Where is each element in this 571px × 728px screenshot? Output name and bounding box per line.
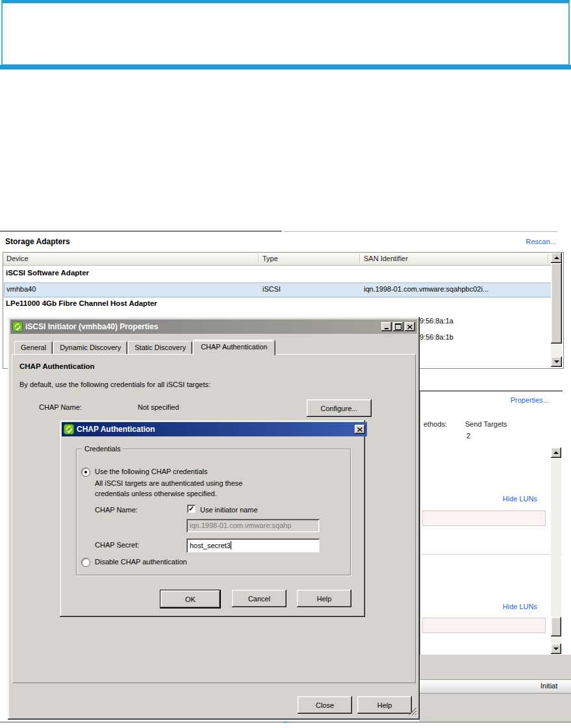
methods-value: Send Targets: [465, 420, 507, 428]
targets-count: 2: [466, 432, 470, 440]
vmware-app-icon: [12, 321, 23, 332]
cell-type: iSCSI: [262, 285, 281, 293]
text-caret: [231, 541, 231, 549]
chap-dialog-title: CHAP Authentication: [77, 425, 155, 434]
clipped-san-id: 9:56:8a:1a: [420, 317, 453, 325]
close-icon: [357, 427, 362, 432]
column-separator: [258, 254, 259, 264]
credentials-note-line2: credentials unless otherwise specified.: [95, 490, 217, 497]
tab-chap-authentication[interactable]: CHAP Authentication: [193, 340, 275, 355]
tab-bar: General Dynamic Discovery Static Discove…: [14, 337, 276, 354]
up-arrow-icon: [554, 257, 559, 259]
column-separator: [359, 254, 360, 264]
down-arrow-icon: [553, 647, 559, 650]
scrollbar-thumb[interactable]: [551, 263, 562, 344]
table-row-group-lpe11000[interactable]: LPe11000 4Gb Fibre Channel Host Adapter: [6, 299, 157, 307]
details-scrollbar[interactable]: [551, 447, 561, 654]
details-separator: [420, 554, 563, 555]
scroll-down-button[interactable]: [551, 357, 562, 367]
chap-secret-label: CHAP Secret:: [95, 541, 139, 549]
credentials-note-line1: All iSCSI targets are authenticated usin…: [95, 479, 242, 487]
bottom-line-blue-tick: [283, 722, 287, 723]
help-button[interactable]: Help: [357, 696, 412, 714]
chap-section-description: By default, use the following credential…: [19, 381, 210, 388]
panel-top-line-left: [0, 231, 282, 232]
scrollbar-thumb[interactable]: [551, 617, 561, 636]
check-icon: ✓: [188, 505, 194, 513]
initiator-column-bar: Initiat: [419, 679, 571, 694]
details-panel: Properties... ethods: Send Targets 2 Hid…: [420, 392, 563, 655]
chap-section-title: CHAP Authentication: [19, 362, 95, 370]
banner-divider-bar: [0, 65, 571, 69]
initiator-name-field[interactable]: iqn.1998-01.com.vmware:sqahp: [186, 519, 320, 533]
table-header-row: Device Type SAN Identifier: [3, 253, 551, 266]
storage-adapters-title: Storage Adapters: [5, 237, 70, 246]
vsphere-client-screen: Storage Adapters Rescan... Device Type S…: [0, 0, 571, 728]
use-initiator-name-label: Use initiator name: [200, 506, 258, 514]
chap-secret-field[interactable]: host_secret3: [186, 538, 320, 553]
hide-luns-link-2[interactable]: Hide LUNs: [483, 603, 537, 610]
chap-close-button-x[interactable]: [355, 425, 365, 434]
rescan-link[interactable]: Rescan...: [511, 238, 556, 245]
radio-use-chap-credentials[interactable]: [81, 468, 90, 477]
table-row-group-iscsi[interactable]: iSCSI Software Adapter: [6, 269, 89, 277]
chap-name-label: CHAP Name:: [39, 403, 82, 411]
chap-secret-value: host_secret3: [190, 542, 231, 549]
dialog-title: iSCSI Initiator (vmhba40) Properties: [25, 322, 159, 331]
initiator-column-label-clipped: Initiat: [540, 682, 557, 690]
tab-static-discovery[interactable]: Static Discovery: [128, 341, 192, 354]
scrollbar-track[interactable]: [551, 458, 561, 644]
use-initiator-name-checkbox[interactable]: ✓: [187, 505, 196, 513]
properties-link[interactable]: Properties...: [472, 396, 549, 404]
configure-button[interactable]: Configure...: [307, 399, 372, 417]
chap-authentication-dialog: CHAP Authentication Credentials Use the …: [60, 420, 365, 617]
chap-name-label: CHAP Name:: [95, 506, 138, 514]
radio-selected-dot: [84, 471, 87, 473]
table-scrollbar[interactable]: [551, 253, 562, 367]
table-row-vmhba40-selected[interactable]: vmhba40 iSCSI iqn.1998-01.com.vmware:sqa…: [4, 282, 552, 297]
iscsi-initiator-properties-dialog: iSCSI Initiator (vmhba40) Properties Gen…: [8, 317, 420, 720]
close-icon: [407, 325, 412, 329]
lun-bar-2: [422, 618, 546, 633]
scroll-up-button[interactable]: [551, 253, 562, 263]
column-header-type[interactable]: Type: [262, 253, 278, 265]
methods-label-clipped: ethods:: [424, 420, 447, 428]
credentials-group-label: Credentials: [82, 445, 123, 453]
maximize-button[interactable]: [393, 322, 403, 331]
minimize-button[interactable]: [381, 322, 392, 331]
lun-bar-1: [422, 510, 546, 526]
cell-san-identifier: iqn.1998-01.com.vmware:sqahpbc02i...: [364, 285, 489, 293]
tab-general[interactable]: General: [14, 341, 53, 354]
chap-dialog-titlebar[interactable]: CHAP Authentication: [62, 422, 367, 436]
ok-button[interactable]: OK: [160, 590, 221, 609]
radio-disable-chap[interactable]: [81, 558, 90, 567]
close-button[interactable]: Close: [298, 696, 352, 714]
hide-luns-link-1[interactable]: Hide LUNs: [483, 495, 537, 503]
scroll-down-button[interactable]: [551, 644, 561, 654]
radio-disable-chap-label: Disable CHAP authentication: [95, 558, 187, 566]
column-separator: [548, 254, 548, 264]
close-button-x[interactable]: [405, 322, 415, 331]
top-banner: [1, 0, 570, 66]
resize-grip-icon: [408, 707, 417, 716]
resize-grip[interactable]: [408, 707, 417, 717]
cancel-button[interactable]: Cancel: [232, 590, 286, 607]
radio-use-chap-credentials-label: Use the following CHAP credentials: [95, 468, 207, 475]
tab-dynamic-discovery[interactable]: Dynamic Discovery: [53, 341, 127, 354]
minimize-icon: [385, 328, 388, 329]
up-arrow-icon: [553, 451, 559, 454]
panel-top-line-right: [284, 231, 557, 232]
vmware-app-icon: [64, 424, 74, 434]
dialog-titlebar[interactable]: iSCSI Initiator (vmhba40) Properties: [10, 320, 417, 334]
column-header-san-identifier[interactable]: SAN Identifier: [364, 253, 408, 265]
maximize-icon: [395, 323, 401, 330]
cell-device: vmhba40: [6, 285, 36, 293]
column-header-device[interactable]: Device: [6, 253, 29, 265]
chap-help-button[interactable]: Help: [297, 590, 351, 607]
chap-name-value: Not specified: [138, 403, 179, 411]
down-arrow-icon: [554, 360, 559, 363]
scroll-up-button[interactable]: [551, 447, 561, 458]
clipped-san-id: 9:56:8a:1b: [420, 333, 453, 341]
